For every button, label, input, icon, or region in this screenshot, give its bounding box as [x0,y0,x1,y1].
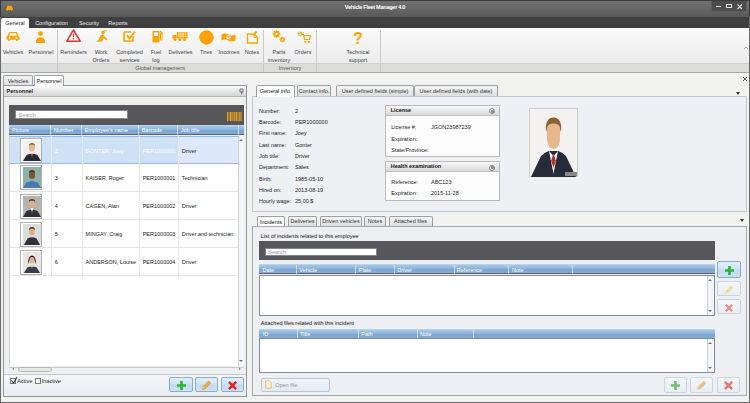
svg-text:?: ? [353,30,363,45]
